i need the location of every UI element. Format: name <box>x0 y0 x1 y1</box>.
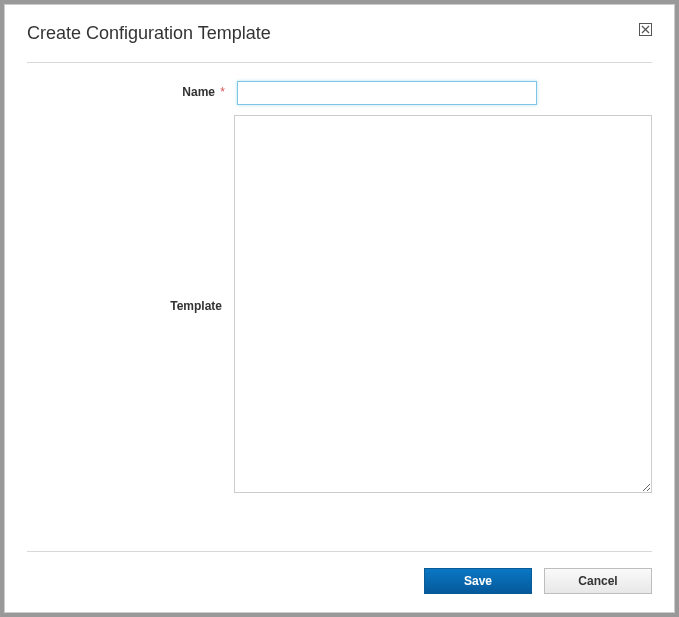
name-input-cell <box>237 81 652 105</box>
form-row-template: Template <box>27 115 652 497</box>
save-button[interactable]: Save <box>424 568 532 594</box>
template-label: Template <box>27 299 234 313</box>
form-row-name: Name * <box>27 81 652 105</box>
create-configuration-template-dialog: Create Configuration Template Name * Tem… <box>4 4 675 613</box>
template-input-cell <box>234 115 652 497</box>
dialog-body: Name * Template <box>27 63 652 551</box>
name-input[interactable] <box>237 81 537 105</box>
dialog-title: Create Configuration Template <box>27 23 271 44</box>
template-textarea[interactable] <box>234 115 652 493</box>
dialog-header: Create Configuration Template <box>27 23 652 63</box>
required-marker: * <box>220 85 225 99</box>
cancel-button[interactable]: Cancel <box>544 568 652 594</box>
name-label-text: Name <box>182 85 215 99</box>
close-icon[interactable] <box>639 23 652 36</box>
name-label: Name * <box>27 81 237 99</box>
dialog-footer: Save Cancel <box>27 551 652 594</box>
